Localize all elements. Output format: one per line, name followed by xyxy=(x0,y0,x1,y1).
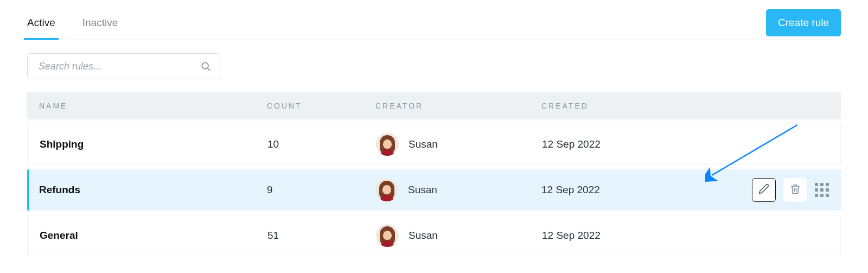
column-header-creator: CREATOR xyxy=(375,101,541,110)
drag-handle-icon[interactable] xyxy=(815,183,829,197)
tab-inactive[interactable]: Inactive xyxy=(82,5,118,40)
search-icon[interactable] xyxy=(200,61,211,72)
table-row[interactable]: General 51 Susan 12 Sep 2022 xyxy=(27,215,841,256)
rule-name: Shipping xyxy=(40,138,267,150)
rule-count: 9 xyxy=(267,184,375,196)
tab-active[interactable]: Active xyxy=(27,5,55,40)
avatar xyxy=(375,179,398,201)
rule-count: 51 xyxy=(267,230,376,242)
table-row[interactable]: Shipping 10 Susan 12 Sep 2022 xyxy=(27,124,841,165)
search-container xyxy=(27,53,220,79)
creator-name: Susan xyxy=(409,138,438,150)
rule-name: Refunds xyxy=(39,184,267,196)
create-rule-button[interactable]: Create rule xyxy=(766,9,841,36)
creator-name: Susan xyxy=(408,184,437,196)
tabs-container: Active Inactive xyxy=(27,5,118,40)
table-header: NAME COUNT CREATOR CREATED xyxy=(27,92,841,119)
created-date: 12 Sep 2022 xyxy=(542,230,683,242)
avatar xyxy=(376,224,399,247)
column-header-count: COUNT xyxy=(267,101,375,110)
column-header-name: NAME xyxy=(39,101,267,110)
edit-button[interactable] xyxy=(752,178,776,202)
creator-name: Susan xyxy=(409,230,438,242)
pencil-icon xyxy=(758,183,769,197)
column-header-created: CREATED xyxy=(541,101,682,110)
trash-icon xyxy=(790,183,801,197)
search-input[interactable] xyxy=(39,61,200,72)
rule-name: General xyxy=(40,230,267,242)
svg-point-0 xyxy=(202,62,208,69)
svg-line-1 xyxy=(208,68,210,71)
table-row[interactable]: Refunds 9 Susan 12 Sep 2022 xyxy=(27,169,841,211)
created-date: 12 Sep 2022 xyxy=(541,184,682,196)
rule-count: 10 xyxy=(267,138,376,150)
created-date: 12 Sep 2022 xyxy=(542,138,683,150)
delete-button[interactable] xyxy=(783,178,807,202)
avatar xyxy=(376,133,399,156)
